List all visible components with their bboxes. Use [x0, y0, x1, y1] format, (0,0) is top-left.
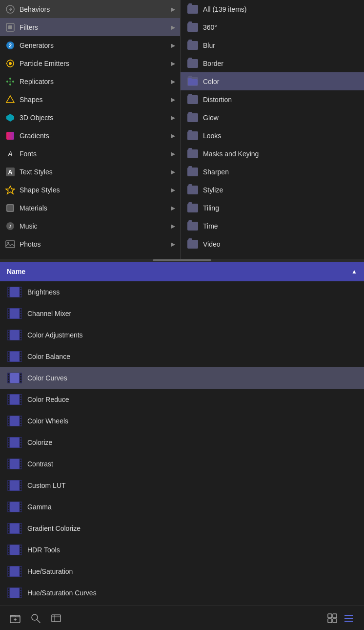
svg-rect-146 [20, 488, 21, 490]
filter-item-gamma[interactable]: Gamma [0, 496, 364, 518]
folder-item-time[interactable]: Time [181, 217, 364, 235]
grid-view-button[interactable] [327, 613, 338, 624]
svg-rect-142 [8, 488, 9, 490]
svg-rect-18 [6, 132, 14, 140]
sidebar-item-generators[interactable]: 2Generators▶ [0, 36, 180, 54]
folder-item-all[interactable]: All (139 items) [181, 0, 364, 18]
filter-item-contrast[interactable]: Contrast [0, 453, 364, 475]
scrollbar-thumb[interactable] [153, 259, 211, 261]
sidebar-item-gradients[interactable]: Gradients▶ [0, 126, 180, 145]
sidebar-item-music[interactable]: ♪Music▶ [0, 217, 180, 235]
svg-rect-93 [8, 400, 9, 401]
svg-rect-109 [20, 421, 21, 423]
sidebar-item-3d-objects[interactable]: 3D Objects▶ [0, 108, 180, 126]
sidebar-item-materials[interactable]: Materials▶ [0, 199, 180, 217]
sidebar-item-photos[interactable]: Photos▶ [0, 235, 180, 253]
svg-rect-187 [8, 567, 9, 568]
folder-item-looks[interactable]: Looks [181, 126, 364, 145]
gradients-icon [5, 130, 16, 141]
svg-rect-193 [20, 572, 21, 573]
svg-rect-139 [8, 481, 9, 483]
sidebar-item-behaviors[interactable]: Behaviors▶ [0, 0, 180, 18]
svg-rect-104 [8, 419, 9, 420]
svg-rect-56 [8, 333, 9, 335]
sharpen-folder-label: Sharpen [203, 168, 229, 176]
360-folder-icon [187, 23, 198, 32]
filter-item-channel-mixer[interactable]: Channel Mixer [0, 303, 364, 324]
materials-label: Materials [20, 204, 171, 212]
search-button[interactable] [30, 613, 41, 624]
svg-rect-110 [20, 424, 21, 425]
new-folder-button[interactable] [10, 613, 20, 624]
filter-item-color-wheels[interactable]: Color Wheels [0, 410, 364, 432]
svg-rect-164 [8, 526, 9, 528]
video-folder-label: Video [203, 240, 221, 248]
sidebar-item-particle-emitters[interactable]: Particle Emitters▶ [0, 54, 180, 72]
svg-rect-26 [6, 241, 15, 248]
sidebar-item-fonts[interactable]: AFonts▶ [0, 145, 180, 163]
svg-rect-182 [20, 553, 21, 554]
filter-item-hue-saturation[interactable]: Hue/Saturation [0, 561, 364, 582]
svg-rect-170 [20, 531, 21, 533]
folder-item-sharpen[interactable]: Sharpen [181, 163, 364, 181]
looks-folder-label: Looks [203, 132, 221, 140]
color-curves-film-icon [7, 372, 22, 384]
svg-rect-141 [8, 486, 9, 487]
shape-styles-icon [5, 185, 16, 195]
sidebar-item-text-styles[interactable]: AText Styles▶ [0, 163, 180, 181]
svg-rect-155 [20, 503, 21, 504]
svg-rect-129 [8, 464, 9, 466]
sidebar-item-filters[interactable]: Filters▶ [0, 18, 180, 36]
folder-item-stylize[interactable]: Stylize [181, 181, 364, 199]
filter-item-brightness[interactable]: Brightness [0, 281, 364, 303]
svg-rect-218 [328, 619, 332, 623]
svg-rect-98 [20, 402, 21, 404]
folder-item-tiling[interactable]: Tiling [181, 199, 364, 217]
border-folder-label: Border [203, 60, 223, 67]
sidebar-item-shapes[interactable]: Shapes▶ [0, 90, 180, 108]
gradients-arrow: ▶ [171, 132, 175, 139]
svg-rect-188 [8, 569, 9, 571]
text-styles-label: Text Styles [20, 168, 171, 176]
svg-rect-72 [20, 355, 21, 356]
folder-item-360[interactable]: 360° [181, 18, 364, 36]
preview-button[interactable] [51, 613, 61, 624]
filter-item-color-balance[interactable]: Color Balance [0, 346, 364, 367]
filter-item-hdr-tools[interactable]: HDR Tools [0, 539, 364, 561]
shapes-arrow: ▶ [171, 96, 175, 103]
svg-point-211 [32, 614, 38, 620]
list-view-button[interactable] [344, 613, 354, 624]
svg-rect-147 [10, 481, 19, 490]
svg-rect-49 [20, 314, 21, 315]
folder-item-border[interactable]: Border [181, 54, 364, 72]
folder-item-glow[interactable]: Glow [181, 108, 364, 126]
stylize-folder-label: Stylize [203, 186, 223, 194]
filter-item-color-reduce[interactable]: Color Reduce [0, 389, 364, 410]
glow-folder-label: Glow [203, 114, 219, 122]
filter-item-color-adjustments[interactable]: Color Adjustments [0, 324, 364, 346]
sidebar-item-replicators[interactable]: Replicators▶ [0, 72, 180, 90]
svg-rect-96 [20, 398, 21, 399]
svg-rect-156 [20, 505, 21, 506]
sidebar-item-shape-styles[interactable]: Shape Styles▶ [0, 181, 180, 199]
filter-item-hue-saturation-curves[interactable]: Hue/Saturation Curves [0, 582, 364, 604]
folder-item-distortion[interactable]: Distortion [181, 90, 364, 108]
name-header[interactable]: Name ▲ [0, 262, 364, 281]
svg-rect-91 [8, 395, 9, 397]
blur-folder-icon [187, 41, 198, 50]
svg-rect-71 [20, 352, 21, 354]
gamma-film-icon [7, 501, 22, 513]
svg-rect-134 [20, 467, 21, 468]
folder-item-blur[interactable]: Blur [181, 36, 364, 54]
filter-item-colorize[interactable]: Colorize [0, 432, 364, 453]
svg-rect-87 [10, 373, 19, 383]
glow-folder-icon [187, 113, 198, 122]
folder-item-video[interactable]: Video [181, 235, 364, 253]
filter-item-gradient-colorize[interactable]: Gradient Colorize [0, 518, 364, 539]
fonts-icon: A [5, 148, 16, 159]
folder-item-color[interactable]: Color [181, 72, 364, 90]
contrast-name: Contrast [27, 460, 53, 468]
filter-item-color-curves[interactable]: Color Curves [0, 367, 364, 389]
folder-item-masks-and-keying[interactable]: Masks and Keying [181, 145, 364, 163]
filter-item-custom-lut[interactable]: Custom LUT [0, 475, 364, 496]
